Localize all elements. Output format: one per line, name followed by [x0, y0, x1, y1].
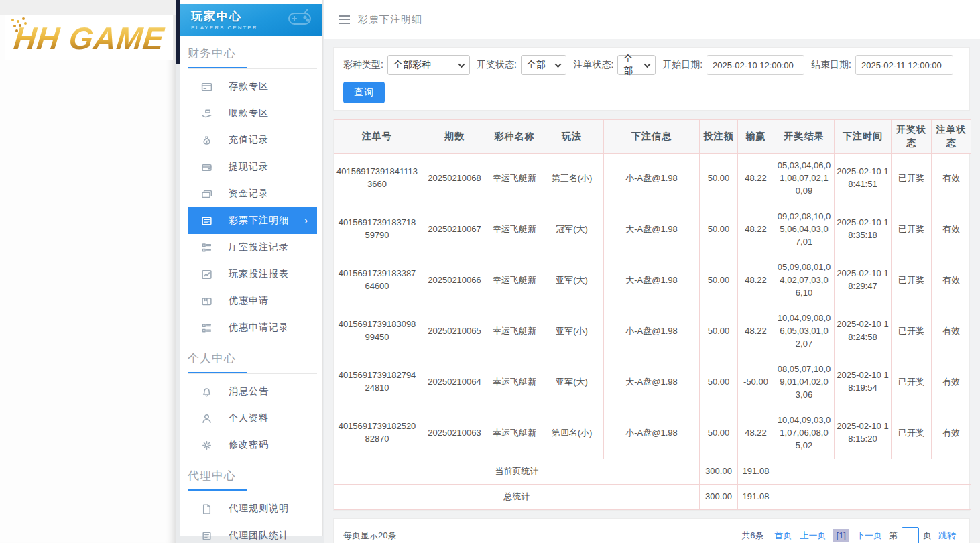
- sidebar-item[interactable]: 优惠申请记录: [188, 314, 317, 341]
- page-summary-bet: 300.00: [700, 459, 738, 484]
- table-cell: 2025-02-10 18:19:54: [835, 357, 892, 408]
- table-cell: 有效: [932, 306, 971, 357]
- sidebar-item[interactable]: 存款专区: [188, 73, 317, 100]
- sidebar-item[interactable]: 代理规则说明: [188, 495, 317, 522]
- sidebar-item-label: 提现记录: [229, 161, 269, 173]
- menu-toggle-icon[interactable]: [339, 15, 350, 24]
- lottery-type-label: 彩种类型:: [343, 59, 383, 71]
- page-summary-empty: [774, 459, 971, 484]
- sidebar-item[interactable]: 充值记录: [188, 127, 317, 154]
- table-cell: 已开奖: [892, 204, 932, 255]
- agent-team-icon: [201, 530, 212, 542]
- first-page-link[interactable]: 首页: [775, 530, 792, 542]
- table-cell: 亚军(小): [540, 306, 604, 357]
- table-cell: 48.22: [738, 306, 774, 357]
- left-topband: [0, 0, 176, 15]
- sidebar: 玩家中心 PLAYERS CENTER 财务中心 存款专区: [180, 0, 323, 536]
- sidebar-item[interactable]: 彩票下注明细 ›: [188, 207, 317, 234]
- caret-down-icon: [644, 61, 651, 68]
- table-cell: 第三名(小): [540, 153, 604, 204]
- sidebar-item-label: 存款专区: [229, 80, 269, 93]
- current-page-indicator[interactable]: [1]: [833, 529, 849, 542]
- sidebar-item[interactable]: 取款专区: [188, 100, 317, 127]
- column-header: 开奖状态: [892, 120, 932, 154]
- bet-row: 40156917391825208287020250210063幸运飞艇新第四名…: [334, 408, 971, 459]
- sidebar-item[interactable]: 修改密码: [188, 432, 317, 459]
- end-date-input[interactable]: [855, 55, 953, 75]
- sidebar-section-underline: [188, 67, 317, 69]
- total-summary-empty: [774, 484, 971, 509]
- bet-row: 40156917391827942481020250210064幸运飞艇新亚军(…: [334, 357, 971, 408]
- sidebar-item-label: 资金记录: [229, 188, 269, 200]
- sidebar-item-label: 个人资料: [229, 412, 269, 424]
- table-cell: -50.00: [738, 357, 774, 408]
- table-cell: 2025-02-10 18:35:18: [835, 204, 892, 255]
- sidebar-section-label: 代理中心: [180, 459, 322, 483]
- jump-page-suffix: 页: [923, 530, 932, 542]
- notice-bell-icon: [201, 386, 212, 398]
- agent-rules-icon: [201, 503, 212, 515]
- sidebar-item[interactable]: 资金记录: [188, 180, 317, 207]
- table-cell: 401569173918338764600: [334, 255, 420, 306]
- table-cell: 50.00: [700, 306, 738, 357]
- recharge-moneybag-icon: [201, 135, 212, 146]
- page-summary-winloss: 191.08: [738, 459, 774, 484]
- table-cell: 第四名(小): [540, 408, 604, 459]
- query-button[interactable]: 查询: [343, 82, 385, 103]
- sidebar-item[interactable]: 厅室投注记录: [188, 234, 317, 261]
- sidebar-item-label: 玩家投注报表: [229, 268, 289, 280]
- table-cell: 48.22: [738, 408, 774, 459]
- table-cell: 05,03,04,06,01,08,07,02,10,09: [774, 153, 835, 204]
- sidebar-item[interactable]: 提现记录: [188, 154, 317, 180]
- sidebar-item[interactable]: 个人资料: [188, 405, 317, 432]
- sidebar-section-label: 财务中心: [180, 36, 322, 61]
- table-cell: 亚军(大): [540, 255, 604, 306]
- table-cell: 有效: [932, 204, 971, 255]
- sidebar-item-label: 充值记录: [229, 134, 269, 146]
- password-gear-icon: [201, 440, 212, 451]
- column-header: 玩法: [540, 120, 604, 154]
- bet-table: 注单号期数彩种名称玩法下注信息投注额输赢开奖结果下注时间开奖状态注单状态 401…: [334, 119, 971, 510]
- bet-row: 40156917391833876460020250210066幸运飞艇新亚军(…: [334, 255, 971, 306]
- table-cell: 小-A盘@1.98: [604, 306, 700, 357]
- table-cell: 50.00: [700, 255, 738, 306]
- total-summary-label: 总统计: [334, 484, 700, 509]
- bet-row: 40156917391830989945020250210065幸运飞艇新亚军(…: [334, 306, 971, 357]
- sidebar-item[interactable]: 优惠申请: [188, 288, 317, 314]
- table-cell: 50.00: [700, 357, 738, 408]
- bet-row: 40156917391837185979020250210067幸运飞艇新冠军(…: [334, 204, 971, 255]
- sidebar-item[interactable]: 玩家投注报表: [188, 261, 317, 288]
- table-cell: 幸运飞艇新: [489, 357, 540, 408]
- bet-table-panel: 注单号期数彩种名称玩法下注信息投注额输赢开奖结果下注时间开奖状态注单状态 401…: [333, 119, 970, 511]
- sidebar-item[interactable]: 代理团队统计: [188, 522, 317, 543]
- table-cell: 20250210063: [420, 408, 489, 459]
- table-cell: 401569173918309899450: [334, 306, 420, 357]
- pagination-bar: 每页显示20条 共6条 首页 上一页 [1] 下一页 第 页 跳转: [333, 518, 970, 543]
- logo: HH GAME: [5, 15, 173, 60]
- jump-button[interactable]: 跳转: [938, 530, 956, 542]
- table-cell: 有效: [932, 408, 971, 459]
- content: 彩种类型: 全部彩种 开奖状态: 全部 注单状态: 全部: [324, 39, 980, 543]
- start-date-input[interactable]: [707, 55, 804, 75]
- column-header: 下注时间: [835, 120, 892, 154]
- draw-status-label: 开奖状态:: [477, 59, 517, 71]
- next-page-link[interactable]: 下一页: [856, 530, 882, 542]
- sidebar-item-label: 修改密码: [229, 439, 269, 451]
- table-cell: 50.00: [700, 204, 738, 255]
- table-cell: 已开奖: [892, 153, 932, 204]
- sidebar-item-label: 彩票下注明细: [229, 215, 289, 227]
- sidebar-header: 玩家中心 PLAYERS CENTER: [180, 4, 322, 36]
- draw-status-select[interactable]: 全部: [521, 55, 567, 75]
- jump-page-input[interactable]: [902, 527, 919, 543]
- lottery-type-select[interactable]: 全部彩种: [387, 55, 470, 75]
- table-cell: 05,09,08,01,04,02,07,03,06,10: [774, 255, 835, 306]
- table-cell: 幸运飞艇新: [489, 306, 540, 357]
- prev-page-link[interactable]: 上一页: [800, 530, 826, 542]
- sidebar-section-underline: [188, 489, 317, 491]
- bet-detail-icon: [201, 215, 212, 227]
- column-header: 注单状态: [932, 120, 971, 154]
- withdraw-record-icon: [201, 162, 212, 173]
- sidebar-item[interactable]: 消息公告: [188, 378, 317, 405]
- logo-text: HH GAME: [12, 20, 166, 56]
- bet-status-select[interactable]: 全部: [617, 55, 656, 75]
